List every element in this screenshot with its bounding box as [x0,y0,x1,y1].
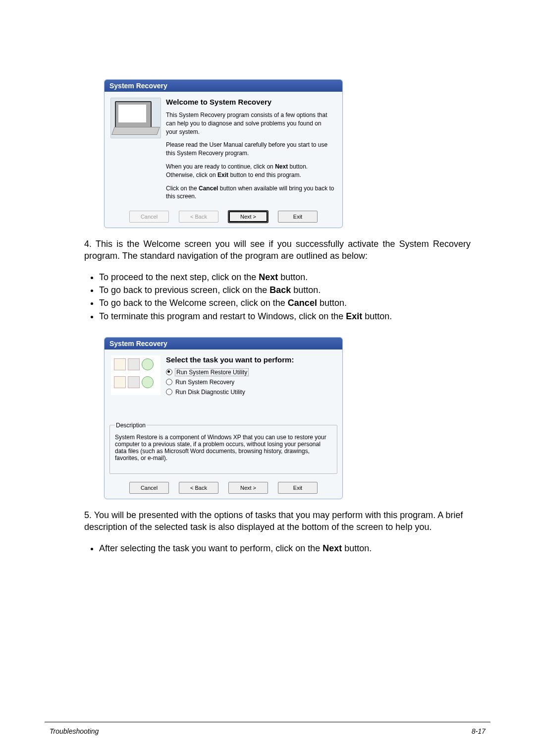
radio-dot-icon [166,389,172,395]
description-text: System Restore is a component of Windows… [115,434,332,462]
keyword-back: Back [269,285,291,295]
dialog-body: Welcome to System Recovery This System R… [105,92,342,208]
monitor-icon [115,101,152,128]
cancel-button[interactable]: Cancel [129,482,169,494]
back-button[interactable]: < Back [179,482,218,494]
exit-button[interactable]: Exit [278,482,318,494]
cancel-button[interactable]: Cancel [129,211,169,223]
step-lead: 5. You will be presented with the option… [84,509,471,533]
step-bullets: To proceed to the next step, click on th… [99,271,471,322]
bullet-item: After selecting the task you want to per… [99,542,471,554]
radio-label: Run Disk Diagnostic Utility [175,389,245,396]
system-recovery-tasks-dialog: System Recovery Select the task you want… [104,337,343,499]
dialog-body: Select the task you want to perform: Run… [105,349,342,417]
dialog-titlebar: System Recovery [105,338,342,349]
text: To proceed to the next step, click on th… [99,272,259,282]
description-fieldset: Description System Restore is a componen… [109,422,337,474]
description-legend: Description [115,422,147,429]
next-button[interactable]: Next > [228,211,268,223]
step-lead: 4. This is the Welcome screen you will s… [84,238,471,262]
dialog-paragraph: This System Recovery program consists of… [166,111,334,136]
radio-dot-icon [166,379,172,385]
radio-run-system-recovery[interactable]: Run System Recovery [166,379,334,386]
gear-icon [142,376,154,388]
text: button. [317,298,347,308]
text: To go back to the Welcome screen, click … [99,298,288,308]
dialog-paragraph: When you are ready to continue, click on… [166,163,334,179]
dialog-content: Welcome to System Recovery This System R… [163,96,334,206]
dialog-illustration [108,96,163,206]
bullet-item: To proceed to the next step, click on th… [99,271,471,283]
keyword-exit: Exit [217,172,228,178]
text: After selecting the task you want to per… [99,543,322,553]
step-bullets: After selecting the task you want to per… [99,542,471,554]
next-button[interactable]: Next > [228,482,268,494]
keyword-next: Next [275,163,288,170]
keyboard-icon [111,127,160,135]
keyword-next: Next [322,543,342,553]
text: button to end this program. [228,172,301,178]
radio-label: Run System Restore Utility [175,369,248,376]
dialog-titlebar: System Recovery [105,80,342,92]
dialog-heading: Welcome to System Recovery [166,98,334,106]
gear-icon [142,358,154,370]
dialog-content: Select the task you want to perform: Run… [163,353,334,415]
text: button. [362,311,392,321]
step-5-text: 5. You will be presented with the option… [84,509,471,554]
exit-button[interactable]: Exit [278,211,318,223]
text: Click on the [166,185,199,192]
dialog-heading: Select the task you want to perform: [166,355,334,364]
generic-icon [128,358,140,370]
generic-icon [114,376,126,388]
icons-cluster-icon [111,355,160,395]
page-footer: Troubleshooting 8-17 [50,727,485,735]
keyword-cancel: Cancel [288,298,317,308]
footer-page-number: 8-17 [472,727,485,735]
keyword-next: Next [259,272,278,282]
footer-section: Troubleshooting [50,727,99,735]
dialog-paragraph: Please read the User Manual carefully be… [166,141,334,158]
system-recovery-welcome-dialog: System Recovery Welcome to System Recove… [104,79,343,228]
bullet-item: To go back to previous screen, click on … [99,284,471,296]
generic-icon [128,376,140,388]
radio-run-disk-diagnostic[interactable]: Run Disk Diagnostic Utility [166,389,334,396]
text: button. [278,272,308,282]
dialog-button-row: Cancel < Back Next > Exit [105,208,342,228]
bullet-item: To go back to the Welcome screen, click … [99,297,471,309]
dialog-button-row: Cancel < Back Next > Exit [105,479,342,499]
dialog-illustration [108,353,163,415]
keyword-exit: Exit [346,311,362,321]
radio-run-system-restore[interactable]: Run System Restore Utility [166,369,334,376]
text: button. [291,285,321,295]
text: When you are ready to continue, click on [166,163,275,170]
radio-label: Run System Recovery [175,379,234,386]
text: To terminate this program and restart to… [99,311,346,321]
keyword-cancel: Cancel [199,185,218,192]
text: button. [342,543,372,553]
radio-dot-icon [166,369,172,375]
text: To go back to previous screen, click on … [99,285,269,295]
bullet-item: To terminate this program and restart to… [99,310,471,322]
dialog-paragraph: Click on the Cancel button when availabl… [166,184,334,201]
generic-icon [114,358,126,370]
back-button[interactable]: < Back [179,211,218,223]
footer-divider [45,722,490,722]
step-4-text: 4. This is the Welcome screen you will s… [84,238,471,322]
